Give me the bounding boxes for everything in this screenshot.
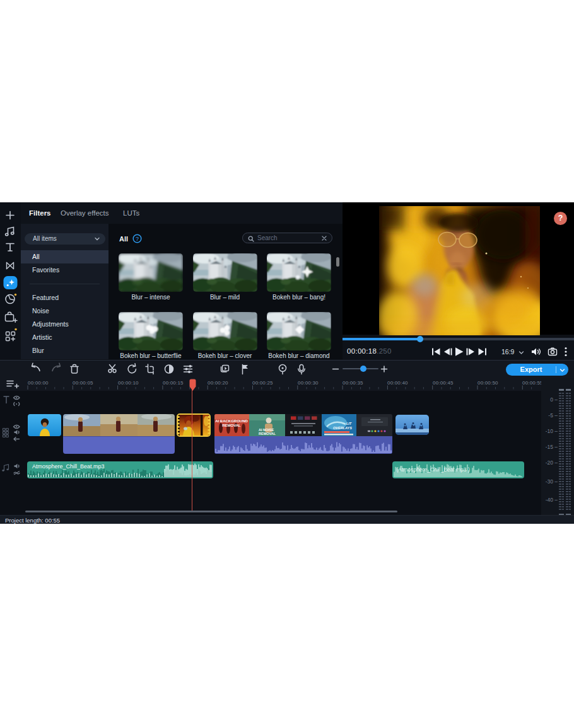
svg-text:REMOVAL: REMOVAL bbox=[222, 424, 241, 427]
svg-text:?: ? bbox=[136, 236, 139, 242]
svg-text:OVERLAYS: OVERLAYS bbox=[333, 426, 352, 430]
svg-text:LIT: LIT bbox=[346, 422, 351, 425]
svg-text:REMOVAL: REMOVAL bbox=[259, 432, 276, 436]
svg-text:AI BACKGROUND: AI BACKGROUND bbox=[215, 419, 248, 423]
